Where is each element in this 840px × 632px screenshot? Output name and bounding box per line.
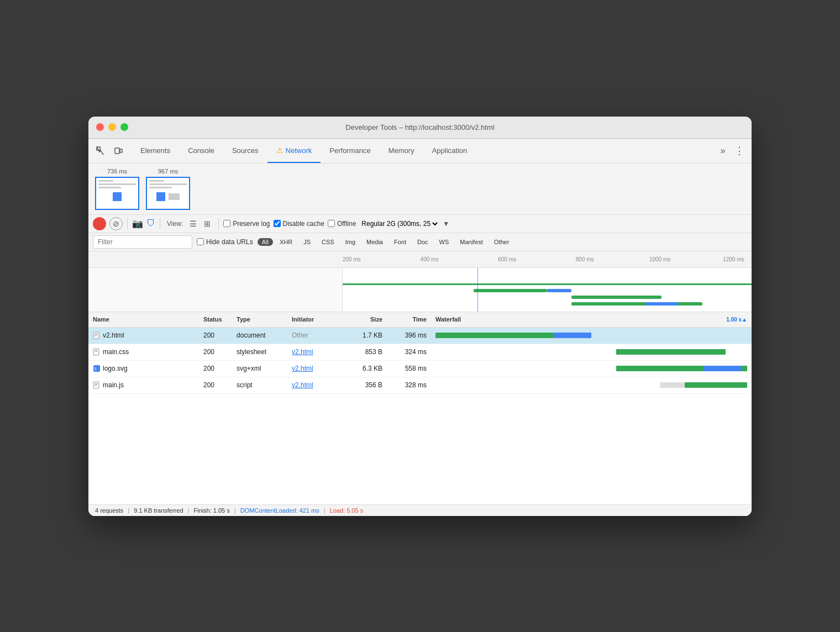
clear-button[interactable]: ⊘ [109,217,123,230]
screenshot-button[interactable]: 📷 [132,218,143,229]
grouped-view-button[interactable]: ⊞ [201,217,214,230]
timeline-green-base [343,283,752,285]
timeline-chart[interactable] [88,268,752,312]
cell-initiator-1: v2.html [287,348,343,356]
filmstrip-item-1[interactable]: 736 ms [95,168,139,210]
filmstrip-thumb-1 [95,177,139,210]
col-header-type[interactable]: Type [232,316,287,323]
filter-other[interactable]: Other [490,238,514,246]
wf-bar-green-0 [435,333,554,338]
filter-doc[interactable]: Doc [413,238,433,246]
filter-all[interactable]: All [258,238,273,246]
svg-rect-1 [115,148,119,154]
toolbar-divider-3 [218,218,219,229]
col-header-name[interactable]: Name [88,316,199,323]
disable-cache-label[interactable]: Disable cache [274,220,324,228]
tab-elements[interactable]: Elements [132,139,179,163]
file-icon [93,331,101,339]
inspect-icon[interactable] [93,143,108,159]
timeline-bars [343,268,752,312]
filmstrip: 736 ms 967 ms [88,164,752,215]
preserve-log-checkbox[interactable] [223,220,230,227]
view-buttons: ☰ ⊞ [186,217,214,230]
maximize-button[interactable] [120,123,128,131]
table-row[interactable]: S logo.svg 200 svg+xml v2.html 6.3 KB 55… [88,361,752,377]
hide-data-urls-label[interactable]: Hide data URLs [197,238,253,246]
svg-text:S: S [94,367,97,371]
tick-200ms: 200 ms [343,256,361,262]
tab-memory[interactable]: Memory [380,139,423,163]
tab-application[interactable]: Application [423,139,476,163]
offline-label[interactable]: Offline [328,220,356,228]
toolbar-divider-1 [127,218,128,229]
tab-network[interactable]: ⚠ Network [267,139,321,163]
cell-waterfall-3 [431,377,752,393]
table-row[interactable]: v2.html 200 document Other 1.7 KB 396 ms [88,328,752,344]
filter-xhr[interactable]: XHR [275,238,297,246]
preserve-log-label[interactable]: Preserve log [223,220,270,228]
record-button[interactable] [93,217,106,230]
offline-checkbox[interactable] [328,220,335,227]
tab-console[interactable]: Console [179,139,223,163]
network-toolbar: ⊘ 📷 ⛉ View: ☰ ⊞ Preserve log Disable cac… [88,215,752,233]
device-icon[interactable] [111,143,126,159]
cell-size-1: 853 B [343,348,387,356]
timeline-ticks: 200 ms 400 ms 600 ms 800 ms 1000 ms 1200… [343,251,752,267]
col-header-status[interactable]: Status [199,316,232,323]
col-header-initiator[interactable]: Initiator [287,316,343,323]
filter-type-buttons: All XHR JS CSS Img Media Font Doc WS Man… [258,238,514,246]
timeline-bar-css [571,296,662,299]
cell-waterfall-0 [431,328,752,344]
filter-css[interactable]: CSS [317,238,339,246]
wf-bar-green-3 [685,382,747,388]
col-header-size[interactable]: Size [343,316,387,323]
filter-media[interactable]: Media [362,238,387,246]
timeline-bar-logo-green [571,302,702,306]
close-button[interactable] [96,123,104,131]
cell-initiator-3: v2.html [287,381,343,389]
filter-manifest[interactable]: Manifest [455,238,487,246]
filter-input[interactable] [93,235,192,249]
devtools-menu-button[interactable]: ⋮ [732,143,747,159]
hide-data-urls-checkbox[interactable] [197,238,204,245]
tick-1000ms: 1000 ms [649,256,670,262]
filmstrip-item-2[interactable]: 967 ms [146,168,190,210]
timeline-cursor [477,268,478,312]
timeline-bar-logo-blue [645,302,678,306]
filter-font[interactable]: Font [390,238,411,246]
list-view-button[interactable]: ☰ [186,217,200,230]
tick-400ms: 400 ms [421,256,439,262]
window-title: Developer Tools – http://localhost:3000/… [345,123,494,131]
window-controls [96,123,128,131]
filter-ws[interactable]: WS [435,238,454,246]
svg-rect-7 [93,349,99,355]
throttle-arrow: ▼ [443,220,449,228]
cell-status-2: 200 [199,365,232,372]
filter-icon-button[interactable]: ⛉ [146,219,155,229]
cell-type-3: script [232,381,287,389]
col-header-time[interactable]: Time [387,316,431,323]
status-bar: 4 requests | 9.1 KB transferred | Finish… [88,504,752,516]
cell-name-0: v2.html [88,331,199,339]
tab-performance[interactable]: Performance [321,139,379,163]
timeline-bar-v2html-green [474,289,547,292]
devtools-panel: Elements Console Sources ⚠ Network Perfo… [88,139,752,516]
table-row[interactable]: main.css 200 stylesheet v2.html 853 B 32… [88,344,752,361]
devtools-icons [93,143,126,159]
minimize-button[interactable] [108,123,116,131]
cell-type-2: svg+xml [232,365,287,372]
more-tabs-button[interactable]: » [715,143,731,159]
cell-name-3: main.js [88,381,199,389]
table-row[interactable]: main.js 200 script v2.html 356 B 328 ms [88,377,752,394]
cell-type-1: stylesheet [232,348,287,356]
table-empty-space [88,394,752,504]
disable-cache-checkbox[interactable] [274,220,281,227]
load-time: Load: 5.05 s [330,507,364,514]
filmstrip-time-1: 736 ms [107,168,127,175]
throttle-select[interactable]: Regular 2G (300ms, 25 [359,219,439,228]
filter-js[interactable]: JS [299,238,315,246]
col-header-waterfall[interactable]: Waterfall 1.00 s▲ [431,316,752,323]
tab-sources[interactable]: Sources [223,139,267,163]
filter-img[interactable]: Img [341,238,360,246]
wf-bar-waiting-3 [660,382,685,388]
